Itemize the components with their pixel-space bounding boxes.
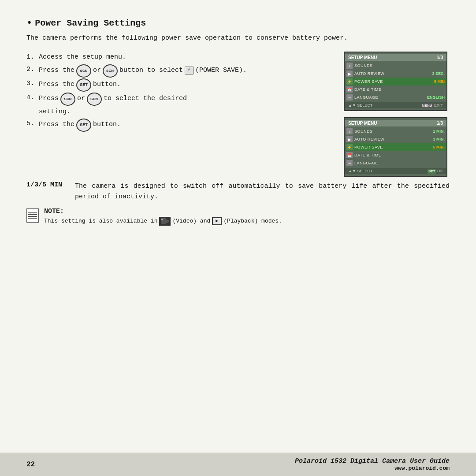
scn-button-up[interactable]: SCN [76,64,91,78]
lcd-row-autoreview-2: ▶ AUTO REVIEW 3 MIN. [345,135,446,143]
screens-area: SETUP MENU 1/3 ♪ SOUNDS ▶ AUTO REVIEW 3 … [344,52,450,177]
video-mode-icon [159,217,171,226]
note-text-before: This setting is also available in [44,217,157,226]
set-button-5[interactable]: SET [76,119,91,132]
autoreview-icon-1: ▶ [346,71,353,77]
page: • Power Saving Settings The camera perfo… [0,0,476,476]
min-label: 1/3/5 MIN [26,181,66,189]
content-area: 1. Access the setup menu. 2. Press the S… [26,52,450,177]
scn-button-down[interactable]: SCN [103,64,118,78]
scn-button-down-2[interactable]: SCN [87,93,102,106]
footer-brand: Polaroid i532 Digital Camera User Guide … [295,457,450,472]
lcd-row-language-2: ∞ LANGUAGE [345,159,446,167]
step-2: 2. Press the SCN or SCN button to select… [26,64,335,77]
lcd-screen-2: SETUP MENU 1/3 ♪ SOUNDS 1 MIN. ▶ AUTO RE… [344,117,447,177]
datetime-icon-1: 📅 [346,86,353,93]
powersave-icon-2: ⚡ [346,144,353,150]
note-text: This setting is also available in (Video… [44,217,450,226]
svg-point-2 [161,219,163,220]
lcd-row-language-1: ∞ LANGUAGE ENGLISH [345,93,446,101]
power-save-icon: ⚡ [185,67,193,74]
min-section: 1/3/5 MIN The camera is designed to swit… [26,181,450,202]
brand-line1: Polaroid i532 Digital Camera User Guide [295,457,450,465]
note-playback-text: (Playback) modes. [223,217,282,226]
note-content: NOTE: This setting is also available in … [44,208,450,226]
step-3: 3. Press the SET button. [26,78,335,91]
lcd-header-1: SETUP MENU 1/3 [345,54,446,61]
note-title: NOTE: [44,208,450,215]
note-section: NOTE: This setting is also available in … [26,208,450,226]
footer: 22 Polaroid i532 Digital Camera User Gui… [0,453,476,476]
section-title: • Power Saving Settings [26,18,450,29]
lcd-row-powersave-2: ⚡ POWER SAVE 5 MIN. [345,143,446,151]
min-text: The camera is designed to switch off aut… [75,181,450,202]
step-5: 5. Press the SET button. [26,118,335,131]
step-1: 1. Access the setup menu. [26,52,335,63]
sounds-icon-2: ♪ [346,128,353,134]
powersave-icon-1: ⚡ [346,78,353,85]
steps-area: 1. Access the setup menu. 2. Press the S… [26,52,335,177]
note-icon [26,208,39,223]
lcd-screen-1: SETUP MENU 1/3 ♪ SOUNDS ▶ AUTO REVIEW 3 … [344,52,447,111]
lcd-header-2: SETUP MENU 1/3 [345,120,446,126]
note-video-text: (Video) and [172,217,210,226]
set-button-3[interactable]: SET [76,78,91,92]
lcd-row-powersave-1: ⚡ POWER SAVE 5 MIN [345,78,446,86]
step-4: 4. Press SCN or SCN to select the desire… [26,92,335,105]
lcd-row-datetime-2: 📅 DATE & TIME [345,151,446,159]
lcd-footer-2: ▲▼ SELECT SET OK [345,168,446,174]
playback-mode-icon: ▶ [212,217,222,225]
intro-text: The camera performs the following power … [26,33,450,44]
svg-marker-1 [166,219,169,223]
lcd-footer-1: ▲▼ SELECT MENU EXIT [345,102,446,108]
datetime-icon-2: 📅 [346,152,353,158]
language-icon-1: ∞ [346,94,353,100]
brand-line2: www.polaroid.com [295,465,450,472]
lcd-row-autoreview-1: ▶ AUTO REVIEW 3 SEC. [345,70,446,78]
bullet: • [26,18,32,29]
lcd-row-datetime-1: 📅 DATE & TIME [345,86,446,93]
scn-button-up-2[interactable]: SCN [60,93,75,106]
sounds-icon-1: ♪ [346,63,353,69]
lcd-row-sounds-1: ♪ SOUNDS [345,62,446,70]
autoreview-icon-2: ▶ [346,136,353,142]
page-number: 22 [26,461,35,469]
lcd-row-sounds-2: ♪ SOUNDS 1 MIN. [345,127,446,135]
page-title: Power Saving Settings [35,18,146,28]
language-icon-2: ∞ [346,160,353,166]
step-4b: setting. [26,106,335,118]
